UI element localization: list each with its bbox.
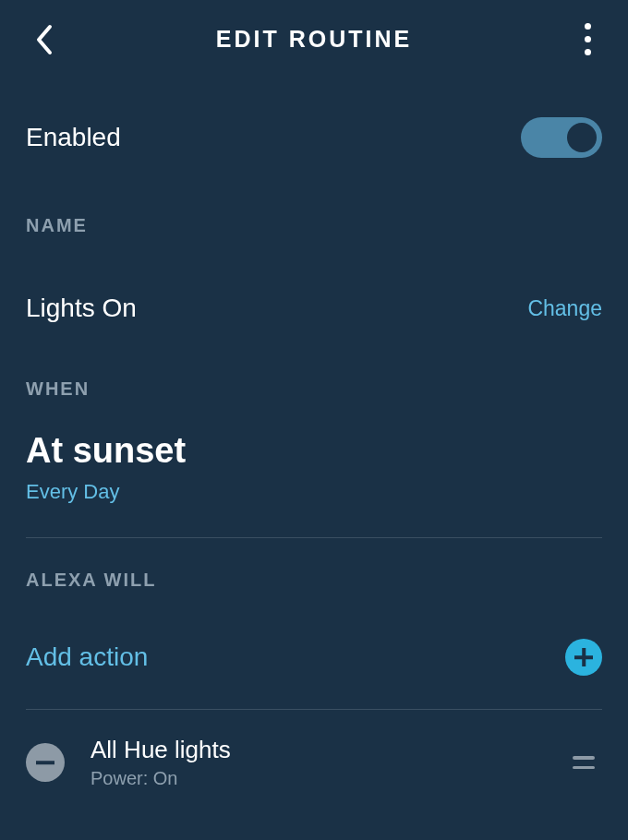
divider bbox=[26, 709, 602, 710]
drag-handle-icon bbox=[573, 766, 595, 770]
when-trigger-subtitle: Every Day bbox=[26, 480, 602, 504]
kebab-icon bbox=[585, 49, 591, 55]
back-button[interactable] bbox=[30, 21, 57, 58]
drag-handle-icon bbox=[573, 756, 595, 760]
enabled-row: Enabled bbox=[0, 117, 628, 158]
divider bbox=[26, 537, 602, 538]
when-trigger-row[interactable]: At sunset Every Day bbox=[0, 431, 628, 504]
section-header-alexa-will: ALEXA WILL bbox=[0, 570, 628, 591]
plus-icon bbox=[565, 639, 602, 676]
more-options-button[interactable] bbox=[576, 21, 598, 58]
chevron-left-icon bbox=[33, 23, 54, 56]
page-title: EDIT ROUTINE bbox=[216, 26, 412, 53]
header-bar: EDIT ROUTINE bbox=[0, 0, 628, 78]
action-item-title: All Hue lights bbox=[91, 736, 573, 764]
action-item-text: All Hue lights Power: On bbox=[91, 736, 573, 789]
routine-name-value: Lights On bbox=[26, 294, 137, 323]
add-action-row[interactable]: Add action bbox=[0, 639, 628, 676]
kebab-icon bbox=[585, 36, 591, 42]
add-action-label: Add action bbox=[26, 642, 148, 672]
enabled-toggle[interactable] bbox=[521, 117, 602, 158]
when-trigger-title: At sunset bbox=[26, 431, 602, 471]
remove-action-button[interactable] bbox=[26, 743, 65, 782]
change-name-link[interactable]: Change bbox=[527, 296, 602, 321]
section-header-when: WHEN bbox=[0, 378, 628, 400]
edit-routine-screen: EDIT ROUTINE Enabled NAME Lights On Chan… bbox=[0, 0, 628, 840]
enabled-label: Enabled bbox=[26, 123, 121, 152]
routine-name-row: Lights On Change bbox=[0, 294, 628, 323]
section-header-name: NAME bbox=[0, 215, 628, 236]
drag-handle[interactable] bbox=[573, 753, 598, 772]
action-item-subtitle: Power: On bbox=[91, 768, 573, 789]
kebab-icon bbox=[585, 23, 591, 30]
toggle-thumb bbox=[567, 123, 597, 152]
action-item-row[interactable]: All Hue lights Power: On bbox=[0, 736, 628, 789]
